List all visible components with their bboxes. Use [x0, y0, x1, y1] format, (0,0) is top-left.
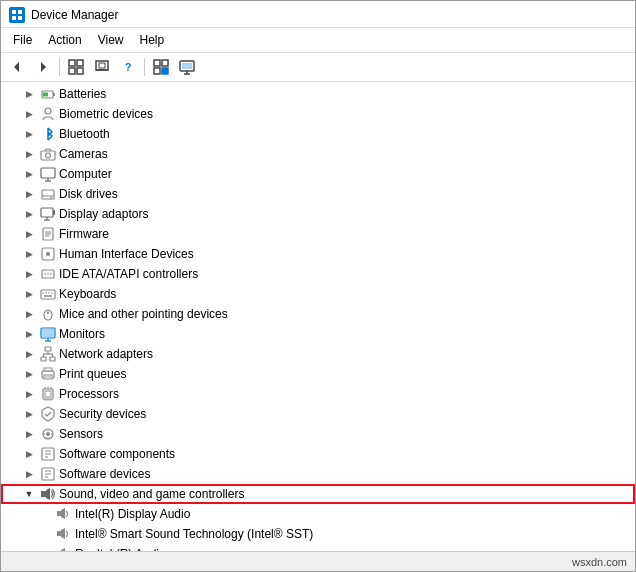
- device-tree[interactable]: ▶ Batteries ▶ Biometric devices: [1, 82, 635, 551]
- status-text: wsxdn.com: [572, 556, 627, 568]
- tree-item-bluetooth[interactable]: ▶ Bluetooth: [1, 124, 635, 144]
- expand-display[interactable]: ▶: [21, 206, 37, 222]
- label-biometric: Biometric devices: [59, 107, 153, 121]
- icon-intel-display: [56, 506, 72, 522]
- menu-file[interactable]: File: [5, 30, 40, 50]
- help-button[interactable]: ?: [116, 56, 140, 78]
- title-bar: Device Manager: [1, 1, 635, 28]
- icon-network: [40, 346, 56, 362]
- expand-disk[interactable]: ▶: [21, 186, 37, 202]
- expand-firmware[interactable]: ▶: [21, 226, 37, 242]
- tree-item-sensors[interactable]: ▶ Sensors: [1, 424, 635, 444]
- svg-rect-93: [41, 491, 46, 497]
- svg-rect-6: [69, 60, 75, 66]
- toolbar-btn-2[interactable]: [90, 56, 114, 78]
- label-keyboards: Keyboards: [59, 287, 116, 301]
- icon-disk: [40, 186, 56, 202]
- tree-item-network[interactable]: ▶ Network adapters: [1, 344, 635, 364]
- expand-security[interactable]: ▶: [21, 406, 37, 422]
- expand-mice[interactable]: ▶: [21, 306, 37, 322]
- svg-rect-12: [99, 63, 105, 68]
- tree-item-realtek[interactable]: ▶ Realtek(R) Audio: [1, 544, 635, 551]
- svg-rect-95: [57, 531, 61, 536]
- tree-item-ide[interactable]: ▶ IDE ATA/ATAPI controllers: [1, 264, 635, 284]
- tree-item-computer[interactable]: ▶ Computer: [1, 164, 635, 184]
- svg-rect-61: [41, 357, 46, 361]
- icon-mice: [40, 306, 56, 322]
- label-intel-display: Intel(R) Display Audio: [75, 507, 190, 521]
- expand-cameras[interactable]: ▶: [21, 146, 37, 162]
- expand-print[interactable]: ▶: [21, 366, 37, 382]
- expand-processors[interactable]: ▶: [21, 386, 37, 402]
- svg-rect-57: [42, 329, 54, 337]
- svg-point-24: [45, 108, 51, 114]
- svg-rect-68: [44, 368, 52, 371]
- tree-item-mice[interactable]: ▶ Mice and other pointing devices: [1, 304, 635, 324]
- toolbar-btn-1[interactable]: [64, 56, 88, 78]
- icon-ide: [40, 266, 56, 282]
- expand-hid[interactable]: ▶: [21, 246, 37, 262]
- expand-software-comp[interactable]: ▶: [21, 446, 37, 462]
- svg-rect-22: [53, 93, 55, 96]
- icon-computer: [40, 166, 56, 182]
- expand-network[interactable]: ▶: [21, 346, 37, 362]
- tree-item-cameras[interactable]: ▶ Cameras: [1, 144, 635, 164]
- icon-processors: [40, 386, 56, 402]
- forward-button[interactable]: [31, 56, 55, 78]
- expand-sensors[interactable]: ▶: [21, 426, 37, 442]
- tree-item-disk[interactable]: ▶ Disk drives: [1, 184, 635, 204]
- expand-computer[interactable]: ▶: [21, 166, 37, 182]
- icon-software-dev: [40, 466, 56, 482]
- tree-item-monitors[interactable]: ▶ Monitors: [1, 324, 635, 344]
- tree-item-sound[interactable]: ▼ Sound, video and game controllers: [1, 484, 635, 504]
- menu-help[interactable]: Help: [132, 30, 173, 50]
- tree-item-intel-display[interactable]: ▶ Intel(R) Display Audio: [1, 504, 635, 524]
- expand-biometric[interactable]: ▶: [21, 106, 37, 122]
- svg-rect-62: [50, 357, 55, 361]
- tree-item-firmware[interactable]: ▶ Firmware: [1, 224, 635, 244]
- tree-item-security[interactable]: ▶ Security devices: [1, 404, 635, 424]
- tree-item-display[interactable]: ▶ Display adaptors: [1, 204, 635, 224]
- svg-rect-7: [77, 60, 83, 66]
- menu-bar: File Action View Help: [1, 28, 635, 53]
- tree-item-software-dev[interactable]: ▶ Software devices: [1, 464, 635, 484]
- label-computer: Computer: [59, 167, 112, 181]
- tree-item-batteries[interactable]: ▶ Batteries: [1, 84, 635, 104]
- label-network: Network adapters: [59, 347, 153, 361]
- expand-sound[interactable]: ▼: [21, 486, 37, 502]
- label-monitors: Monitors: [59, 327, 105, 341]
- svg-point-84: [46, 432, 50, 436]
- toolbar-btn-3[interactable]: [149, 56, 173, 78]
- svg-rect-36: [53, 210, 55, 215]
- tree-item-processors[interactable]: ▶ Processors: [1, 384, 635, 404]
- tree-item-biometric[interactable]: ▶ Biometric devices: [1, 104, 635, 124]
- svg-point-55: [47, 312, 49, 314]
- menu-view[interactable]: View: [90, 30, 132, 50]
- svg-marker-5: [41, 62, 46, 72]
- svg-point-32: [50, 197, 52, 199]
- monitor-button[interactable]: [175, 56, 199, 78]
- back-button[interactable]: [5, 56, 29, 78]
- tree-item-software-comp[interactable]: ▶ Software components: [1, 444, 635, 464]
- expand-keyboards[interactable]: ▶: [21, 286, 37, 302]
- expand-batteries[interactable]: ▶: [21, 86, 37, 102]
- tree-item-hid[interactable]: ▶ Human Interface Devices: [1, 244, 635, 264]
- label-processors: Processors: [59, 387, 119, 401]
- svg-rect-30: [42, 190, 54, 199]
- label-security: Security devices: [59, 407, 146, 421]
- label-software-dev: Software devices: [59, 467, 150, 481]
- svg-rect-2: [12, 16, 16, 20]
- expand-software-dev[interactable]: ▶: [21, 466, 37, 482]
- tree-item-keyboards[interactable]: ▶ Keyboards: [1, 284, 635, 304]
- svg-rect-72: [45, 391, 51, 397]
- svg-rect-27: [41, 168, 55, 178]
- menu-action[interactable]: Action: [40, 30, 89, 50]
- label-disk: Disk drives: [59, 187, 118, 201]
- label-mice: Mice and other pointing devices: [59, 307, 228, 321]
- expand-ide[interactable]: ▶: [21, 266, 37, 282]
- tree-item-intel-smart[interactable]: ▶ Intel® Smart Sound Technology (Intel® …: [1, 524, 635, 544]
- tree-item-print[interactable]: ▶ Print queues: [1, 364, 635, 384]
- expand-bluetooth[interactable]: ▶: [21, 126, 37, 142]
- expand-monitors[interactable]: ▶: [21, 326, 37, 342]
- icon-cameras: [40, 146, 56, 162]
